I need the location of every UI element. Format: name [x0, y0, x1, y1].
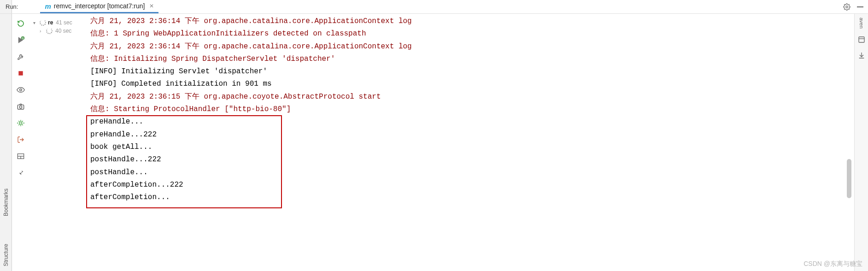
run-config-tab[interactable]: m remvc_interceptor [tomcat7:run] ✕	[40, 0, 158, 13]
debug-button[interactable]	[16, 118, 26, 128]
chevron-down-icon: ▾	[33, 20, 38, 25]
download-icon[interactable]	[857, 51, 866, 60]
console-line: 六月 21, 2023 2:36:14 下午 org.apache.catali…	[90, 15, 851, 28]
camera-button[interactable]	[16, 101, 26, 112]
notifications-icon[interactable]	[857, 35, 866, 44]
exit-button[interactable]	[16, 135, 26, 145]
gear-icon[interactable]	[843, 3, 850, 11]
console-line: afterCompletion...	[90, 191, 851, 204]
run-header: Run: m remvc_interceptor [tomcat7:run] ✕	[0, 0, 868, 14]
console-line: book getAll...	[90, 141, 851, 153]
run-toolbar: 9	[12, 14, 29, 271]
console-line: 六月 21, 2023 2:36:15 下午 org.apache.coyote…	[90, 91, 851, 103]
left-tool-rail: Bookmarks Structure	[0, 0, 12, 271]
tree-root-time: 41 sec	[56, 19, 72, 26]
bookmarks-label: Bookmarks	[3, 189, 9, 216]
layout-button[interactable]	[16, 151, 26, 161]
close-tab-icon[interactable]: ✕	[149, 3, 154, 9]
header-right-controls	[843, 3, 868, 11]
svg-rect-11	[859, 37, 864, 42]
rerun-button[interactable]	[16, 18, 26, 29]
tree-child-row[interactable]: › 40 sec	[29, 27, 85, 35]
run-label: Run:	[2, 3, 22, 10]
wrench-button[interactable]	[16, 52, 26, 62]
console-line: afterCompletion...222	[90, 179, 851, 191]
maven-tab-label: aven	[859, 18, 864, 29]
svg-point-4	[20, 89, 22, 91]
console-line: 信息: Starting ProtocolHandler ["http-bio-…	[90, 103, 851, 116]
spinner-icon	[46, 28, 53, 34]
console-line: preHandle...	[90, 116, 851, 128]
spinner-icon	[40, 19, 46, 26]
console-output[interactable]: 六月 21, 2023 2:36:14 下午 org.apache.catali…	[87, 15, 851, 268]
console-line: 六月 21, 2023 2:36:14 下午 org.apache.catali…	[90, 41, 851, 53]
tree-root-row[interactable]: ▾ re 41 sec	[29, 18, 85, 27]
structure-label: Structure	[3, 244, 9, 266]
bookmarks-tab[interactable]: Bookmarks	[3, 189, 9, 216]
console-line: postHandle...222	[90, 153, 851, 166]
minimize-icon[interactable]	[857, 6, 863, 7]
chevron-right-icon: ›	[40, 29, 44, 34]
console-line: [INFO] Completed initialization in 901 m…	[90, 78, 851, 90]
console-line: [INFO] Initializing Servlet 'dispatcher'	[90, 65, 851, 78]
svg-point-6	[19, 106, 22, 108]
console-line: preHandle...222	[90, 129, 851, 141]
svg-rect-3	[18, 71, 23, 75]
console-line: 信息: 1 Spring WebApplicationInitializers …	[90, 28, 851, 40]
stop-button[interactable]	[16, 68, 26, 78]
tree-root-name: re	[48, 19, 53, 26]
stop-with-badge-button[interactable]: 9	[16, 35, 26, 45]
right-tool-rail: aven	[854, 14, 868, 271]
maven-tab[interactable]: aven	[859, 18, 864, 29]
console-line: 信息: Initializing Spring DispatcherServle…	[90, 53, 851, 65]
tree-child-time: 40 sec	[55, 28, 71, 34]
watermark-text: CSDN @东离与糖宝	[803, 260, 862, 268]
run-tree: ▾ re 41 sec › 40 sec	[29, 14, 85, 271]
structure-tab[interactable]: Structure	[3, 244, 9, 266]
run-config-tab-label: remvc_interceptor [tomcat7:run]	[54, 2, 145, 10]
console-line: postHandle...	[90, 166, 851, 179]
show-button[interactable]	[16, 85, 26, 95]
scrollbar-thumb[interactable]	[847, 159, 851, 198]
pin-button[interactable]	[16, 168, 26, 178]
maven-icon: m	[45, 2, 51, 10]
svg-point-7	[19, 122, 22, 124]
svg-point-0	[846, 6, 848, 8]
